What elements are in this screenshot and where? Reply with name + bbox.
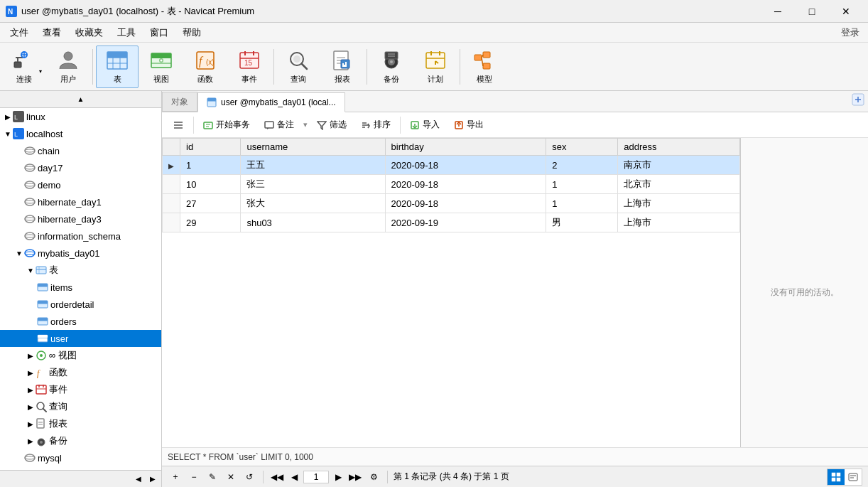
- localhost-expand[interactable]: ▼: [3, 130, 13, 138]
- sidebar-item-reports-group[interactable]: ▶ 报表: [0, 415, 161, 432]
- minimize-button[interactable]: ─: [761, 0, 794, 23]
- linux-expand[interactable]: ▶: [3, 113, 13, 121]
- toolbar-event[interactable]: 15 事件: [228, 46, 271, 88]
- reports-expand[interactable]: ▶: [26, 420, 36, 428]
- edit-row-btn[interactable]: ✎: [205, 469, 220, 485]
- tab-objects[interactable]: 对象: [162, 92, 197, 112]
- toolbar-user[interactable]: 用户: [47, 46, 89, 88]
- toolbar-model[interactable]: 模型: [463, 46, 506, 88]
- sidebar-item-chain[interactable]: chain: [0, 142, 161, 159]
- cell-id-1[interactable]: 1: [180, 156, 241, 175]
- events-expand[interactable]: ▶: [26, 386, 36, 394]
- sidebar-item-functions-group[interactable]: ▶ f 函数: [0, 364, 161, 381]
- cell-id-2[interactable]: 10: [180, 175, 241, 194]
- cell-sex-1[interactable]: 2: [546, 156, 618, 175]
- sort-btn[interactable]: 排序: [354, 115, 397, 134]
- nav-settings-btn[interactable]: ⚙: [366, 469, 381, 485]
- menu-file[interactable]: 文件: [3, 23, 36, 42]
- menu-icon-btn[interactable]: [166, 116, 190, 134]
- sidebar-item-backups-group[interactable]: ▶ 备份: [0, 432, 161, 449]
- menu-window[interactable]: 窗口: [143, 23, 175, 42]
- cell-id-3[interactable]: 27: [180, 194, 241, 213]
- table-row[interactable]: 27 张大 2020-09-18 1 上海市: [163, 194, 740, 213]
- cell-sex-4[interactable]: 男: [546, 213, 618, 232]
- toolbar-function[interactable]: f (x) 函数: [184, 46, 227, 88]
- cell-username-3[interactable]: 张大: [241, 194, 385, 213]
- delete-row-btn[interactable]: −: [186, 469, 202, 485]
- menu-view[interactable]: 查看: [36, 23, 68, 42]
- maximize-button[interactable]: □: [796, 0, 828, 23]
- sidebar-item-information-schema[interactable]: information_schema: [0, 228, 161, 245]
- menu-favorites[interactable]: 收藏夹: [68, 23, 110, 42]
- page-input[interactable]: [303, 471, 329, 483]
- add-row-btn[interactable]: +: [168, 469, 183, 485]
- col-sex[interactable]: sex: [546, 139, 618, 156]
- cell-username-2[interactable]: 张三: [241, 175, 385, 194]
- sidebar-item-day17[interactable]: day17: [0, 159, 161, 176]
- tables-group-expand[interactable]: ▼: [26, 267, 36, 274]
- sidebar-scroll-left[interactable]: ◀: [131, 472, 146, 486]
- cell-address-3[interactable]: 上海市: [618, 194, 740, 213]
- sidebar-item-mysql[interactable]: mysql: [0, 449, 161, 466]
- cell-address-2[interactable]: 北京市: [618, 175, 740, 194]
- sidebar-item-queries-group[interactable]: ▶ 查询: [0, 398, 161, 415]
- sidebar-item-mybatis-day01[interactable]: ▼ mybatis_day01: [0, 245, 161, 262]
- toolbar-backup[interactable]: 备份: [370, 46, 413, 88]
- sidebar-item-orders[interactable]: orders: [0, 313, 161, 330]
- table-container[interactable]: id username birthday sex address ▶ 1 王五: [162, 138, 740, 447]
- toolbar-report[interactable]: 报表: [321, 46, 364, 88]
- refresh-btn[interactable]: ↺: [242, 469, 257, 485]
- sidebar-item-items[interactable]: items: [0, 279, 161, 296]
- menu-tools[interactable]: 工具: [110, 23, 143, 42]
- queries-expand[interactable]: ▶: [26, 403, 36, 411]
- cell-address-1[interactable]: 南京市: [618, 156, 740, 175]
- sidebar-item-localhost[interactable]: ▼ L localhost: [0, 125, 161, 142]
- cell-birthday-2[interactable]: 2020-09-18: [385, 175, 546, 194]
- col-birthday[interactable]: birthday: [385, 139, 546, 156]
- sidebar-item-tables-group[interactable]: ▼ 表: [0, 262, 161, 279]
- table-row[interactable]: 10 张三 2020-09-18 1 北京市: [163, 175, 740, 194]
- col-address[interactable]: address: [618, 139, 740, 156]
- comment-btn[interactable]: 备注: [258, 115, 300, 134]
- col-username[interactable]: username: [241, 139, 385, 156]
- mybatis-day01-expand[interactable]: ▼: [14, 250, 24, 257]
- sidebar-item-user[interactable]: user: [0, 330, 161, 347]
- backups-expand[interactable]: ▶: [26, 437, 36, 445]
- cell-birthday-1[interactable]: 2020-09-18: [385, 156, 546, 175]
- sidebar-item-orderdetail[interactable]: orderdetail: [0, 296, 161, 313]
- sidebar-item-linux[interactable]: ▶ L linux: [0, 108, 161, 125]
- cell-birthday-3[interactable]: 2020-09-18: [385, 194, 546, 213]
- toolbar-table[interactable]: 表: [96, 46, 139, 88]
- nav-first-btn[interactable]: ◀◀: [269, 469, 285, 485]
- cell-birthday-4[interactable]: 2020-09-19: [385, 213, 546, 232]
- toolbar-schedule[interactable]: 计划: [414, 46, 457, 88]
- form-view-btn[interactable]: [845, 469, 862, 485]
- export-btn[interactable]: 导出: [447, 115, 490, 134]
- cell-username-1[interactable]: 王五: [241, 156, 385, 175]
- sidebar-scroll-up[interactable]: ▲: [0, 91, 161, 108]
- cell-address-4[interactable]: 上海市: [618, 213, 740, 232]
- table-row[interactable]: 29 shu03 2020-09-19 男 上海市: [163, 213, 740, 232]
- import-btn[interactable]: 导入: [403, 115, 446, 134]
- begin-transaction-btn[interactable]: 开始事务: [197, 115, 256, 134]
- cell-username-4[interactable]: shu03: [241, 213, 385, 232]
- sidebar-item-events-group[interactable]: ▶ 事件: [0, 381, 161, 398]
- toolbar-view[interactable]: 视图: [140, 46, 183, 88]
- nav-next-btn[interactable]: ▶: [330, 469, 346, 485]
- toolbar-query[interactable]: 查询: [277, 46, 320, 88]
- cell-sex-3[interactable]: 1: [546, 194, 618, 213]
- col-id[interactable]: id: [180, 139, 241, 156]
- close-button[interactable]: ✕: [830, 0, 862, 23]
- tab-user-table[interactable]: user @mybatis_day01 (local...: [197, 92, 345, 112]
- grid-view-btn[interactable]: [828, 469, 845, 485]
- cell-sex-2[interactable]: 1: [546, 175, 618, 194]
- sidebar-scroll-right[interactable]: ▶: [146, 472, 160, 486]
- sidebar-item-hibernate-day3[interactable]: hibernate_day3: [0, 210, 161, 228]
- cell-id-4[interactable]: 29: [180, 213, 241, 232]
- views-expand[interactable]: ▶: [26, 352, 36, 360]
- nav-prev-btn[interactable]: ◀: [286, 469, 302, 485]
- menu-help[interactable]: 帮助: [175, 23, 208, 42]
- sidebar-item-hibernate-day1[interactable]: hibernate_day1: [0, 193, 161, 210]
- table-row[interactable]: ▶ 1 王五 2020-09-18 2 南京市: [163, 156, 740, 175]
- filter-btn[interactable]: 筛选: [310, 115, 353, 134]
